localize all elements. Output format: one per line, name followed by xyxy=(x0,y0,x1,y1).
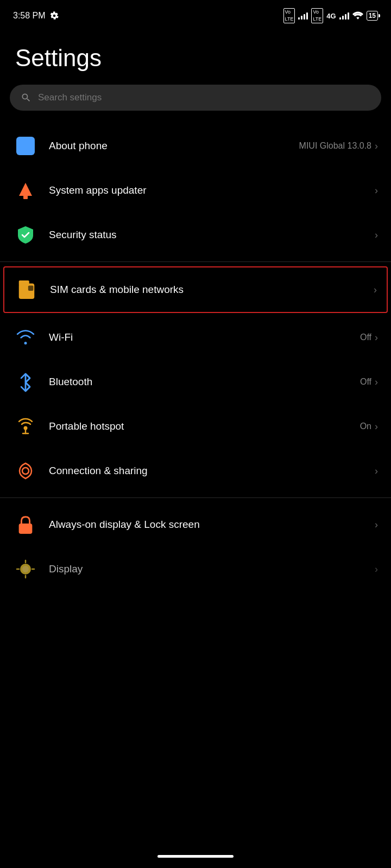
bottom-bar-container xyxy=(0,844,391,868)
connection-sharing-chevron: › xyxy=(375,465,378,477)
settings-item-about-phone[interactable]: About phone MIUI Global 13.0.8 › xyxy=(0,124,391,168)
hotspot-icon xyxy=(13,414,38,439)
security-status-label: Security status xyxy=(49,229,375,241)
search-icon xyxy=(21,92,31,103)
settings-item-security-status[interactable]: Security status › xyxy=(0,213,391,257)
about-phone-chevron: › xyxy=(375,141,378,152)
page-title: Settings xyxy=(0,28,391,85)
status-right: VoLTE VoLTE 4G 15 xyxy=(283,8,378,23)
svg-marker-0 xyxy=(19,183,32,196)
settings-item-sim-cards[interactable]: SIM cards & mobile networks › xyxy=(3,266,388,313)
svg-point-8 xyxy=(22,468,29,474)
svg-rect-4 xyxy=(28,285,34,291)
gear-icon xyxy=(50,11,59,20)
wifi-chevron: › xyxy=(375,332,378,343)
settings-item-connection-sharing[interactable]: Connection & sharing › xyxy=(0,449,391,493)
settings-item-portable-hotspot[interactable]: Portable hotspot On › xyxy=(0,404,391,449)
portable-hotspot-label: Portable hotspot xyxy=(49,420,360,432)
status-left: 3:58 PM xyxy=(13,11,59,21)
wifi-status: Off xyxy=(360,333,371,342)
svg-point-11 xyxy=(22,566,29,572)
update-icon xyxy=(13,178,38,203)
volte2-icon: VoLTE xyxy=(311,8,323,23)
sim-icon xyxy=(14,277,39,302)
search-input[interactable] xyxy=(38,92,370,103)
shield-icon xyxy=(13,222,38,247)
about-phone-label: About phone xyxy=(49,140,299,152)
display-label: Display xyxy=(49,563,375,575)
wifi-label: Wi-Fi xyxy=(49,331,360,343)
volte1-icon: VoLTE xyxy=(283,8,295,23)
system-apps-updater-chevron: › xyxy=(375,185,378,196)
phone-icon xyxy=(13,133,38,158)
search-bar[interactable] xyxy=(10,85,381,111)
lock-icon xyxy=(13,512,38,537)
display-chevron: › xyxy=(375,564,378,575)
svg-rect-9 xyxy=(19,524,33,534)
connection-icon xyxy=(13,458,38,483)
time-display: 3:58 PM xyxy=(13,11,46,21)
battery-icon: 15 xyxy=(367,11,378,21)
wifi-status-icon xyxy=(352,11,363,20)
bluetooth-chevron: › xyxy=(375,376,378,388)
settings-list: About phone MIUI Global 13.0.8 › System … xyxy=(0,124,391,591)
connection-sharing-label: Connection & sharing xyxy=(49,465,375,477)
display-icon xyxy=(13,557,38,582)
svg-rect-3 xyxy=(19,280,29,286)
bluetooth-icon xyxy=(13,369,38,394)
system-apps-updater-label: System apps updater xyxy=(49,184,375,196)
settings-item-bluetooth[interactable]: Bluetooth Off › xyxy=(0,360,391,404)
divider-1 xyxy=(0,261,391,262)
bluetooth-status: Off xyxy=(360,377,371,387)
portable-hotspot-status: On xyxy=(360,422,371,431)
about-phone-subtitle: MIUI Global 13.0.8 xyxy=(299,141,371,151)
portable-hotspot-chevron: › xyxy=(375,421,378,432)
always-on-display-chevron: › xyxy=(375,519,378,531)
divider-2 xyxy=(0,497,391,498)
wifi-icon xyxy=(13,325,38,350)
bluetooth-label: Bluetooth xyxy=(49,376,360,388)
signal2-icon xyxy=(339,12,349,20)
sim-cards-chevron: › xyxy=(374,284,377,296)
network-type-icon: 4G xyxy=(326,12,336,20)
settings-item-wifi[interactable]: Wi-Fi Off › xyxy=(0,315,391,360)
security-status-chevron: › xyxy=(375,229,378,241)
always-on-display-label: Always-on display & Lock screen xyxy=(49,518,375,532)
settings-item-always-on-display[interactable]: Always-on display & Lock screen › xyxy=(0,502,391,547)
signal1-icon xyxy=(298,12,308,20)
svg-rect-1 xyxy=(23,195,28,199)
sim-cards-label: SIM cards & mobile networks xyxy=(50,284,374,296)
home-indicator xyxy=(157,855,234,858)
settings-item-display[interactable]: Display › xyxy=(0,547,391,591)
status-bar: 3:58 PM VoLTE VoLTE 4G 15 xyxy=(0,0,391,28)
settings-item-system-apps-updater[interactable]: System apps updater › xyxy=(0,168,391,213)
